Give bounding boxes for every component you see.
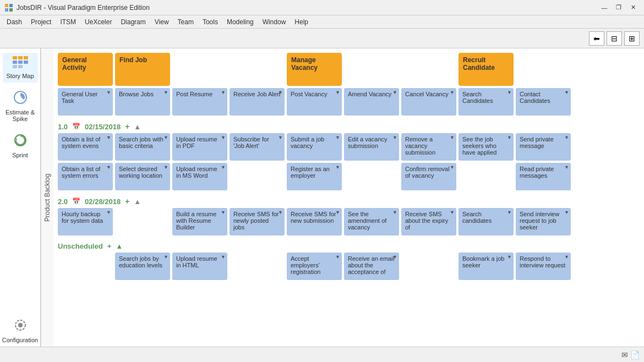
sprint-2-collapse-button[interactable]: ▲ <box>134 198 141 206</box>
kanban-board[interactable]: General Activity Find Job Manage Vacancy… <box>53 48 644 347</box>
task-read-private-messages[interactable]: Read private messages▼ <box>516 163 571 190</box>
unscheduled-add-button[interactable]: + <box>107 242 112 250</box>
task-register-employer[interactable]: Register as an employer▼ <box>287 163 342 190</box>
unscheduled-label: Unscheduled <box>58 242 103 250</box>
menu-team[interactable]: Team <box>173 15 198 28</box>
svg-rect-5 <box>18 56 23 59</box>
task-empty-3 <box>459 163 514 190</box>
epic-empty-4 <box>401 53 456 86</box>
toolbar-back-button[interactable]: ⬅ <box>589 31 604 46</box>
task-send-interview-request[interactable]: Send interview request to job seeker▼ <box>516 208 571 235</box>
menu-modeling[interactable]: Modeling <box>222 15 258 28</box>
task-search-basic-criteria[interactable]: Search jobs with basic criteria▼ <box>115 133 170 161</box>
menu-diagram[interactable]: Diagram <box>116 15 150 28</box>
sidebar-label-story-map: Story Map <box>6 73 34 79</box>
task-receive-sms-jobs[interactable]: Receive SMS for newly posted jobs▼ <box>230 208 285 235</box>
task-submit-job-vacancy[interactable]: Submit a job vacancy▼ <box>287 133 342 161</box>
epic-recruit-candidate[interactable]: Recruit Candidate <box>459 53 514 86</box>
statusbar-mail-icon[interactable]: ✉ <box>621 350 628 359</box>
toolbar-layout-button[interactable]: ⊞ <box>624 31 640 46</box>
svg-rect-1 <box>9 4 13 7</box>
task-respond-interview[interactable]: Respond to interview request▼ <box>516 253 571 280</box>
user-task-amend-vacancy[interactable]: Amend Vacancy▼ <box>344 88 399 116</box>
minimize-button[interactable]: — <box>598 3 611 13</box>
user-task-search-candidates[interactable]: Search Candidates▼ <box>459 88 514 116</box>
unscheduled-row-1: Search jobs by education levels▼ Upload … <box>58 253 640 280</box>
menu-itsm[interactable]: ITSM <box>56 15 80 28</box>
task-obtain-system-evens[interactable]: Obtain a list of system evens▼ <box>58 133 113 161</box>
sidebar: Story Map Estimate & Spike Sprint <box>0 48 41 347</box>
task-receive-sms-expiry[interactable]: Receive SMS about the expiry of▼ <box>401 208 456 235</box>
user-task-general[interactable]: General User Task▼ <box>58 88 113 116</box>
app-icon <box>4 3 13 12</box>
svg-rect-3 <box>9 8 13 12</box>
close-button[interactable]: ✕ <box>626 3 640 13</box>
sidebar-item-sprint[interactable]: Sprint <box>3 130 38 162</box>
task-build-resume[interactable]: Build a resume with Resume Builder▼ <box>172 208 227 235</box>
sprint-2-add-button[interactable]: + <box>125 197 129 206</box>
sidebar-item-configuration[interactable]: Configuration <box>3 315 38 347</box>
task-hourly-backup[interactable]: Hourly backup for system data▼ <box>58 208 113 235</box>
sidebar-item-estimate[interactable]: Estimate & Spike <box>3 87 38 125</box>
estimate-icon <box>13 90 28 108</box>
task-search-candidates[interactable]: Search candidates▼ <box>459 208 514 235</box>
epic-empty-3 <box>344 53 399 86</box>
sprint-2-id: 2.0 <box>58 198 68 206</box>
task-upload-resume-msword[interactable]: Upload resume in MS Word▼ <box>172 163 227 190</box>
sprint-1-add-button[interactable]: + <box>125 122 129 131</box>
toolbar: ⬅ ⊟ ⊞ <box>0 29 644 48</box>
epic-empty-5 <box>516 53 571 86</box>
epic-empty-2 <box>230 53 285 86</box>
menu-project[interactable]: Project <box>26 15 56 28</box>
task-edit-vacancy-submission[interactable]: Edit a vacancy submission▼ <box>344 133 399 161</box>
sidebar-item-story-map[interactable]: Story Map <box>3 53 38 83</box>
task-obtain-system-errors[interactable]: Obtain a list of system errors▼ <box>58 163 113 190</box>
menu-window[interactable]: Window <box>258 15 291 28</box>
menu-uexceler[interactable]: UeXceler <box>80 15 116 28</box>
menu-help[interactable]: Help <box>290 15 313 28</box>
sidebar-label-estimate: Estimate & Spike <box>5 109 36 122</box>
task-empty-1 <box>230 163 285 190</box>
sprint-2-row-1: Hourly backup for system data▼ Build a r… <box>58 208 640 235</box>
epic-manage-vacancy[interactable]: Manage Vacancy <box>287 53 342 86</box>
user-task-post-resume[interactable]: Post Resume▼ <box>172 88 227 116</box>
story-map-icon <box>13 56 28 72</box>
toolbar-tile-button[interactable]: ⊟ <box>607 31 622 46</box>
sprint-1-collapse-button[interactable]: ▲ <box>134 123 141 131</box>
unscheduled-collapse-button[interactable]: ▲ <box>116 242 123 250</box>
user-task-browse-jobs[interactable]: Browse Jobs▼ <box>115 88 170 116</box>
sprint-2-date: 02/28/2018 <box>85 198 121 206</box>
window-title: JobsDIR - Visual Paradigm Enterprise Edi… <box>17 4 598 12</box>
menu-view[interactable]: View <box>150 15 173 28</box>
task-receive-email-acceptance[interactable]: Receive an email about the acceptance of… <box>344 253 399 280</box>
user-task-cancel-vacancy[interactable]: Cancel Vacancy▼ <box>401 88 456 116</box>
task-select-location[interactable]: Select desired working location▼ <box>115 163 170 190</box>
task-bookmark-job-seeker[interactable]: Bookmark a job seeker▼ <box>459 253 514 280</box>
statusbar-doc-icon[interactable]: 📄 <box>630 350 640 359</box>
task-receive-sms-submission[interactable]: Receive SMS for new submission▼ <box>287 208 342 235</box>
restore-button[interactable]: ❐ <box>612 3 625 13</box>
menu-dash[interactable]: Dash <box>2 15 26 28</box>
menu-tools[interactable]: Tools <box>198 15 222 28</box>
task-see-amendment[interactable]: See the amendment of vacancy▼ <box>344 208 399 235</box>
task-see-job-seekers[interactable]: See the job seekers who have applied▼ <box>459 133 514 161</box>
task-send-private-message[interactable]: Send private message▼ <box>516 133 571 161</box>
epic-find-job[interactable]: Find Job <box>115 53 170 86</box>
sprint-2-header: 2.0 📅 02/28/2018 + ▲ <box>58 193 640 208</box>
task-subscribe-job-alert[interactable]: Subscribe for 'Job Alert'▼ <box>230 133 285 161</box>
unscheduled-empty-3 <box>401 253 456 280</box>
task-remove-vacancy[interactable]: Remove a vacancy submission▼ <box>401 133 456 161</box>
svg-rect-9 <box>24 61 28 64</box>
task-confirm-removal[interactable]: Confirm removal of vacancy▼ <box>401 163 456 190</box>
user-task-contact-candidates[interactable]: Contact Candidates▼ <box>516 88 571 116</box>
sidebar-label-config: Configuration <box>2 337 38 343</box>
svg-rect-2 <box>5 8 8 12</box>
task-search-by-education[interactable]: Search jobs by education levels▼ <box>115 253 170 280</box>
epic-general-activity[interactable]: General Activity <box>58 53 113 86</box>
task-upload-resume-html[interactable]: Upload resume in HTML▼ <box>172 253 227 280</box>
task-accept-employers[interactable]: Accept employers' registration▼ <box>287 253 342 280</box>
svg-rect-8 <box>18 61 23 64</box>
user-task-post-vacancy[interactable]: Post Vacancy▼ <box>287 88 342 116</box>
task-upload-resume-pdf[interactable]: Upload resume in PDF▼ <box>172 133 227 161</box>
user-task-receive-job-alert[interactable]: Receive Job Alert▼ <box>230 88 285 116</box>
